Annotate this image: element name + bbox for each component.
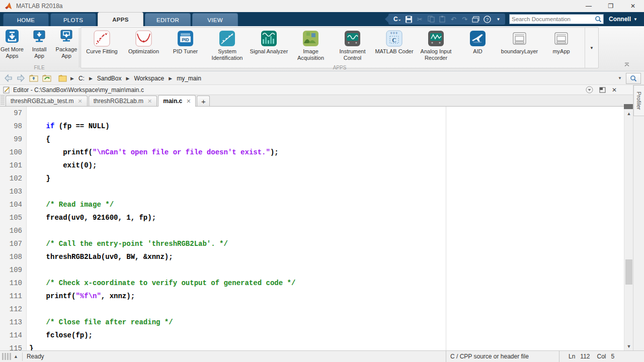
matlab-coder-icon: +++C (386, 30, 403, 47)
user-name: Connell (609, 16, 631, 23)
statusbar-expand-icon[interactable]: ▲ (14, 354, 18, 359)
doc-tab-main.c[interactable]: main.c✕ (158, 95, 196, 107)
app-matlab-coder[interactable]: +++CMATLAB Coder (373, 29, 415, 68)
code-row[interactable]: 97 (0, 107, 624, 120)
forward-icon[interactable] (17, 74, 25, 82)
search-input[interactable] (510, 16, 595, 22)
code-row[interactable]: 99 { (0, 133, 624, 146)
pane-close-icon[interactable]: ✕ (612, 86, 617, 94)
code-row[interactable]: 101 exit(0); (0, 159, 624, 172)
undo-icon[interactable]: ↶ (450, 15, 457, 24)
app-boundarylayer[interactable]: boundaryLayer (499, 29, 540, 68)
ribbon-tab-editor[interactable]: EDITOR (145, 13, 191, 26)
dock-icon[interactable] (599, 87, 606, 93)
vertical-scrollbar[interactable]: ▲ ▼ (624, 110, 633, 350)
close-button[interactable]: ✕ (622, 0, 644, 12)
app-instrument-control[interactable]: Instrument Control (332, 29, 373, 68)
breadcrumb-item[interactable]: my_main (176, 74, 202, 82)
ribbon-tab-plots[interactable]: PLOTS (50, 13, 96, 26)
qat-dropdown-icon[interactable]: ▼ (495, 15, 502, 24)
statusbar-grip[interactable] (2, 353, 11, 360)
code-row[interactable]: 110 /* Check x-coordinate to verify outp… (0, 277, 624, 290)
pane-menu-icon[interactable] (586, 86, 593, 94)
code-row[interactable]: 102 } (0, 172, 624, 185)
new-tab-button[interactable]: + (197, 96, 210, 106)
app-pid-tuner[interactable]: PIDPID Tuner (165, 29, 206, 68)
back-icon[interactable] (4, 74, 13, 82)
breadcrumb-item[interactable]: SandBox (96, 74, 123, 82)
layout-icon[interactable] (472, 15, 479, 24)
code-row[interactable]: 98 if (fp == NULL) (0, 120, 624, 133)
code-text: } (29, 174, 50, 183)
app-label: Signal Analyzer (250, 48, 288, 55)
current-folder-toolbar: ▶C:▶SandBox▶Workspace▶my_main ▼ (0, 72, 644, 85)
code-row[interactable]: 108 threshRGB2Lab(uv0, BW, &xnnz); (0, 250, 624, 263)
code-row[interactable]: 109 (0, 263, 624, 277)
address-dropdown-icon[interactable]: ▼ (618, 76, 622, 80)
get-more-apps-button[interactable]: Get More Apps (0, 28, 24, 59)
ribbon-tab-apps[interactable]: APPS (98, 12, 143, 26)
app-signal-analyzer[interactable]: Signal Analyzer (248, 29, 290, 68)
app-label: myApp (552, 48, 570, 55)
gallery-expand-button[interactable]: ▼ (585, 28, 598, 68)
tab-close-icon[interactable]: ✕ (186, 98, 191, 105)
tab-close-icon[interactable]: ✕ (77, 98, 82, 105)
minimize-button[interactable]: — (578, 0, 600, 12)
scroll-down-icon[interactable]: ▼ (624, 342, 633, 350)
scroll-up-icon[interactable]: ▲ (624, 110, 633, 118)
code-row[interactable]: 115} (0, 342, 624, 350)
app-system-identification[interactable]: System Identification (206, 29, 248, 68)
browse-folder-icon[interactable] (42, 74, 51, 82)
scrollbar-thumb[interactable] (625, 259, 632, 285)
status-bar: ▲ Ready C / CPP source or header file Ln… (0, 350, 644, 362)
copy-icon[interactable] (427, 15, 435, 24)
code-row[interactable]: 111 printf("%f\n", xnnz); (0, 290, 624, 303)
ribbon-tab-view[interactable]: VIEW (192, 13, 238, 26)
app-aid[interactable]: AID (457, 29, 499, 68)
code-row[interactable]: 114 fclose(fp); (0, 329, 624, 342)
breadcrumb-item[interactable]: C: (77, 74, 86, 82)
doc-tab-threshRGB2Lab.m[interactable]: threshRGB2Lab.m✕ (89, 96, 157, 106)
install-app-icon (32, 29, 46, 45)
app-analog-input-recorder[interactable]: Analog Input Recorder (415, 29, 457, 68)
user-menu[interactable]: Connell ▼ (609, 14, 637, 24)
system-identification-icon (219, 30, 235, 47)
doc-tab-threshRGB2Lab_test.m[interactable]: threshRGB2Lab_test.m✕ (6, 96, 88, 106)
code-row[interactable]: 107 /* Call the entry-point 'threshRGB2L… (0, 237, 624, 250)
code-row[interactable]: 113 /* Close file after reading */ (0, 316, 624, 329)
code-row[interactable]: 106 (0, 224, 624, 237)
code-row[interactable]: 105 fread(uv0, 921600, 1, fp); (0, 211, 624, 224)
up-one-level-icon[interactable] (29, 74, 38, 82)
help-icon[interactable]: ? (483, 15, 491, 24)
tab-close-icon[interactable]: ✕ (147, 98, 152, 105)
code-row[interactable]: 100 printf("\nCan't open file or file do… (0, 146, 624, 159)
tab-grip-handle[interactable] (1, 96, 5, 106)
paste-icon[interactable] (438, 15, 446, 24)
minimize-ribbon-button[interactable] (624, 60, 630, 69)
current-folder-shortcut-icon[interactable]: C⌄ (393, 15, 401, 24)
breadcrumb-arrow-icon: ▶ (167, 76, 174, 81)
app-myapp[interactable]: myApp (540, 29, 582, 68)
cut-icon[interactable]: ✂ (416, 15, 424, 24)
app-image-acquisition[interactable]: Image Acquisition (290, 29, 332, 68)
save-icon[interactable] (405, 15, 412, 24)
code-row[interactable]: 103 (0, 185, 624, 198)
app-label: Optimization (128, 48, 159, 55)
app-optimization[interactable]: Optimization (123, 29, 165, 68)
code-row[interactable]: 112 (0, 303, 624, 316)
code-editor[interactable]: 9798 if (fp == NULL)99 {100 printf("\nCa… (0, 107, 624, 350)
restore-button[interactable]: ❐ (600, 0, 622, 12)
search-icon[interactable] (595, 16, 602, 23)
file-section-items: Get More AppsInstall AppPackage App (0, 28, 78, 59)
search-folder-button[interactable] (626, 73, 641, 84)
package-app-button[interactable]: Package App (54, 28, 78, 59)
install-app-button[interactable]: Install App (27, 28, 51, 59)
code-row[interactable]: 104 /* Read image */ (0, 198, 624, 211)
user-dropdown-icon: ▼ (633, 17, 637, 22)
breadcrumb-item[interactable]: Workspace (133, 74, 165, 82)
app-label: System Identification (212, 48, 243, 61)
ribbon-tab-home[interactable]: HOME (3, 13, 49, 26)
profiler-side-tab[interactable]: Profiler (633, 85, 644, 116)
app-curve-fitting[interactable]: Curve Fitting (81, 29, 123, 68)
redo-icon[interactable]: ↷ (461, 15, 468, 24)
